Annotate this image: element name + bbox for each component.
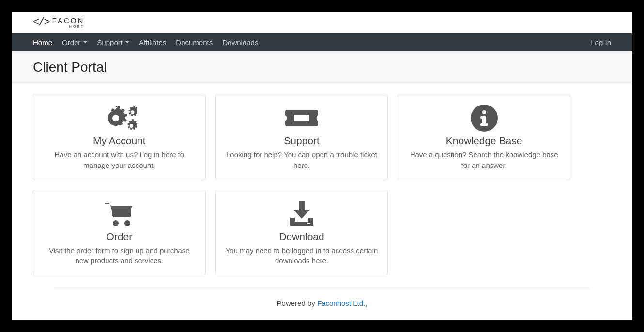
card-support[interactable]: SupportLooking for help? You can open a …: [215, 94, 388, 180]
card-description: Have an account with us? Log in here to …: [43, 150, 196, 171]
download-icon: [287, 200, 316, 227]
footer-link[interactable]: Faconhost Ltd.,: [317, 299, 367, 307]
card-title: Download: [226, 231, 378, 242]
card-description: Have a question? Search the knowledge ba…: [408, 150, 560, 171]
ticket-icon: [226, 102, 378, 134]
nav-item-affiliates[interactable]: Affiliates: [139, 38, 166, 46]
svg-rect-13: [299, 201, 305, 210]
nav-item-documents[interactable]: Documents: [176, 38, 213, 46]
content: My AccountHave an account with us? Log i…: [12, 84, 632, 320]
card-description: Looking for help? You can open a trouble…: [226, 150, 378, 171]
card-order[interactable]: OrderVisit the order form to sign up and…: [33, 190, 206, 276]
page-title: Client Portal: [33, 60, 611, 75]
page-title-bar: Client Portal: [12, 51, 632, 84]
ticket-icon: [285, 106, 318, 130]
nav-item-label: Order: [62, 38, 80, 46]
main-nav: HomeOrderSupportAffiliatesDocumentsDownl…: [12, 33, 632, 51]
svg-rect-9: [480, 123, 488, 126]
cart-icon: [103, 200, 135, 228]
footer-prefix: Powered by: [277, 299, 317, 307]
card-knowledge-base[interactable]: Knowledge BaseHave a question? Search th…: [398, 94, 570, 180]
card-description: You may need to be logged in to access c…: [226, 245, 378, 267]
download-icon: [226, 198, 378, 230]
brand-sub: HOST: [52, 25, 85, 28]
card-description: Visit the order form to sign up and purc…: [43, 245, 196, 267]
nav-item-downloads[interactable]: Downloads: [222, 38, 258, 46]
brand-name: FACON: [52, 17, 85, 24]
chevron-down-icon: [83, 41, 87, 43]
card-my-account[interactable]: My AccountHave an account with us? Log i…: [33, 94, 206, 180]
svg-point-11: [113, 220, 119, 226]
nav-item-label: Home: [33, 38, 52, 46]
card-title: My Account: [43, 135, 196, 147]
card-title: Support: [226, 135, 378, 147]
cart-icon: [43, 198, 196, 230]
header: </> FACON HOST: [12, 12, 632, 33]
svg-point-12: [124, 220, 130, 226]
svg-rect-10: [112, 207, 131, 216]
nav-item-label: Affiliates: [139, 38, 166, 46]
svg-point-2: [131, 110, 135, 114]
card-title: Order: [43, 231, 196, 242]
svg-rect-14: [307, 223, 310, 224]
info-icon: [408, 102, 560, 134]
nav-item-support[interactable]: Support: [97, 38, 129, 46]
footer: Powered by Faconhost Ltd.,: [54, 289, 590, 317]
brand-logo[interactable]: </> FACON HOST: [33, 16, 84, 29]
svg-rect-8: [480, 116, 484, 119]
chevron-down-icon: [125, 41, 129, 43]
svg-point-6: [482, 110, 486, 114]
svg-rect-4: [294, 115, 309, 121]
nav-item-label: Documents: [176, 38, 213, 46]
svg-point-1: [112, 115, 119, 121]
info-icon: [470, 104, 499, 133]
svg-point-3: [130, 124, 134, 128]
gears-icon: [101, 103, 137, 133]
nav-item-home[interactable]: Home: [33, 38, 52, 46]
nav-item-order[interactable]: Order: [62, 38, 87, 46]
login-link[interactable]: Log In: [591, 38, 611, 46]
card-title: Knowledge Base: [408, 135, 560, 147]
code-bracket-icon: </>: [33, 16, 49, 29]
gears-icon: [43, 102, 196, 134]
nav-item-label: Downloads: [222, 38, 258, 46]
nav-item-label: Support: [97, 38, 123, 46]
card-download[interactable]: DownloadYou may need to be logged in to …: [215, 190, 388, 276]
